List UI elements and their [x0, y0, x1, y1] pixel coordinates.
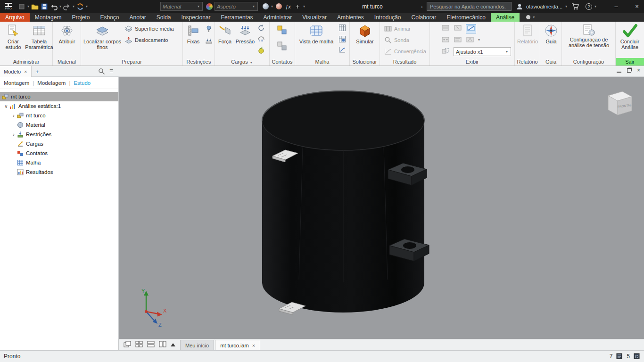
chevron-down-icon[interactable]: ▾ — [58, 4, 62, 8]
measure-ball-icon[interactable] — [274, 2, 283, 11]
doc-tab-mt-turco[interactable]: mt turco.iam × — [215, 340, 260, 350]
chevron-down-icon[interactable]: ▾ — [85, 4, 89, 8]
chevron-down-icon[interactable]: ▾ — [72, 4, 75, 8]
tree-item[interactable]: Material — [0, 120, 118, 130]
help-icon[interactable]: ? — [586, 3, 592, 10]
doc-close-icon[interactable]: × — [637, 68, 640, 73]
redo-icon[interactable] — [63, 2, 71, 11]
new-panel-tab-button[interactable]: + — [32, 66, 42, 77]
pin-constraint-icon[interactable] — [205, 25, 213, 33]
chevron-down-icon[interactable]: ▾ — [564, 4, 568, 8]
adjust-ball-icon[interactable] — [261, 2, 270, 11]
close-button[interactable]: × — [631, 3, 643, 10]
tree-item-study[interactable]: ∨ Análise estática:1 — [0, 101, 118, 111]
tab-arquivo[interactable]: Arquivo — [0, 13, 30, 22]
tree-item[interactable]: Contatos — [0, 148, 118, 158]
mesh-settings-icon[interactable] — [339, 24, 346, 32]
mode-estudo[interactable]: Estudo — [74, 80, 91, 86]
tile-vertical-icon[interactable] — [159, 341, 166, 348]
forca-button[interactable]: Força — [216, 23, 234, 44]
fx-parameters-icon[interactable]: ƒx — [284, 2, 292, 11]
collapse-arrow-icon[interactable]: › — [10, 132, 17, 137]
relatorio-button[interactable]: Relatório — [515, 23, 540, 44]
open-icon[interactable] — [31, 2, 39, 11]
expand-arrow-icon[interactable]: ∨ — [3, 104, 9, 109]
app-logo[interactable]: PRO — [1, 0, 16, 13]
mode-modelagem[interactable]: Modelagem — [37, 80, 66, 86]
viewport-canvas[interactable]: FRONTAL Y X Z — [119, 77, 644, 339]
cascade-windows-icon[interactable] — [124, 341, 131, 348]
close-panel-icon[interactable]: × — [24, 69, 27, 74]
expand-docbar-icon[interactable] — [171, 343, 175, 346]
tree-item[interactable]: › Restrições — [0, 130, 118, 139]
doc-minimize-icon[interactable] — [617, 68, 621, 73]
undo-icon[interactable] — [50, 2, 58, 11]
chevron-down-icon[interactable]: ▾ — [26, 4, 30, 8]
deslocamento-button[interactable]: Deslocamento — [124, 35, 168, 45]
minimize-button[interactable]: – — [610, 3, 622, 10]
appearance-ball-icon[interactable] — [205, 2, 214, 11]
tab-solda[interactable]: Solda — [151, 13, 176, 22]
user-name[interactable]: otavioalmeida... — [526, 4, 562, 9]
vista-de-malha-button[interactable]: Vista de malha — [296, 23, 337, 44]
chevron-down-icon[interactable]: ▾ — [302, 4, 306, 8]
tree-item[interactable]: Cargas — [0, 139, 118, 148]
tab-esboco[interactable]: Esboço — [95, 13, 124, 22]
tab-ferramentas[interactable]: Ferramentas — [216, 13, 258, 22]
doc-tab-home[interactable]: Meu início — [180, 340, 214, 350]
view-cube[interactable]: FRONTAL — [602, 85, 637, 121]
guia-button[interactable]: Guia — [539, 23, 563, 44]
ajustado-dropdown[interactable]: Ajustado x1 ▾ — [454, 47, 511, 56]
tab-projeto[interactable]: Projeto — [66, 13, 95, 22]
display-boundary-icon[interactable] — [441, 25, 450, 32]
displacement-scale-icon[interactable] — [441, 48, 450, 55]
user-avatar-icon[interactable] — [515, 2, 524, 11]
tile-horizontal-icon[interactable] — [147, 341, 155, 348]
convergence-settings-icon[interactable] — [339, 46, 346, 54]
save-icon[interactable] — [40, 2, 49, 11]
tab-eletromecanico[interactable]: Eletromecânico — [441, 13, 491, 22]
moment-load-icon[interactable] — [257, 24, 265, 32]
screencast-button[interactable]: ▾ — [522, 13, 539, 22]
tab-modelo[interactable]: Modelo × — [0, 66, 32, 77]
app-menu-icon[interactable] — [17, 2, 26, 11]
chevron-down-icon[interactable]: ▾ — [594, 4, 597, 8]
tile-windows-icon[interactable] — [135, 341, 143, 348]
tab-visualizar[interactable]: Visualizar — [297, 13, 332, 22]
display-minmax-icon[interactable] — [441, 36, 450, 44]
bearing-load-icon[interactable] — [257, 35, 265, 43]
configuracao-analise-button[interactable]: Configuração de análise de tensão — [565, 23, 612, 48]
doc-restore-icon[interactable] — [627, 68, 631, 73]
sonda-button[interactable]: Sonda — [384, 35, 409, 45]
tab-analise[interactable]: Análise — [491, 13, 520, 22]
display-shaded-icon[interactable] — [466, 24, 476, 33]
manual-contact-icon[interactable] — [277, 41, 288, 52]
simular-button[interactable]: Simular — [353, 23, 377, 44]
close-doc-icon[interactable]: × — [252, 343, 255, 348]
panel-menu-icon[interactable]: ≡ — [109, 67, 113, 74]
display-labels-icon[interactable] — [454, 36, 462, 44]
aspecto-combo[interactable]: Aspecto ▾ — [215, 2, 258, 11]
tree-item[interactable]: Resultados — [0, 167, 118, 177]
tab-introducao[interactable]: Introdução — [369, 13, 406, 22]
tab-inspecionar[interactable]: Inspecionar — [176, 13, 216, 22]
local-mesh-icon[interactable] — [339, 35, 346, 43]
update-icon[interactable] — [76, 2, 84, 11]
cart-icon[interactable] — [571, 2, 579, 11]
collapse-arrow-icon[interactable]: › — [10, 113, 17, 118]
criar-estudo-button[interactable]: Criar estudo — [1, 23, 25, 50]
gravity-icon[interactable] — [257, 46, 265, 54]
tab-colaborar[interactable]: Colaborar — [406, 13, 442, 22]
superficie-media-button[interactable]: Superfície média — [124, 24, 174, 34]
display-probe-labels-icon[interactable] — [466, 36, 474, 44]
chevron-down-icon[interactable]: ▾ — [477, 38, 481, 42]
tree-item[interactable]: Malha — [0, 158, 118, 167]
tree-item-root[interactable]: mt turco — [0, 92, 118, 101]
convergencia-button[interactable]: Convergência — [384, 46, 426, 57]
fixas-button[interactable]: Fixas — [184, 23, 203, 44]
display-loads-icon[interactable] — [454, 25, 462, 32]
concluir-analise-button[interactable]: Concluir Análise — [618, 23, 642, 50]
material-combo[interactable]: Material ▾ — [160, 2, 203, 11]
tab-anotar[interactable]: Anotar — [124, 13, 151, 22]
tab-ambientes[interactable]: Ambientes — [332, 13, 369, 22]
